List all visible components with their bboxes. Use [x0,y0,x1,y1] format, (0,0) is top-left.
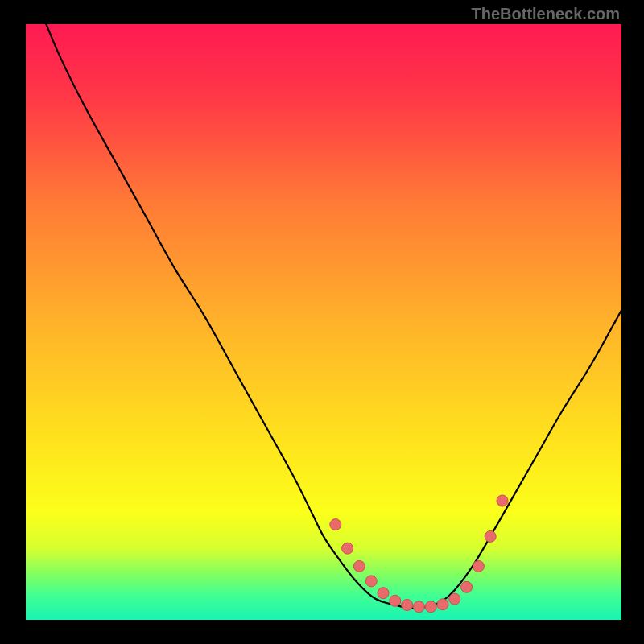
dot-point [402,600,413,611]
chart-container: TheBottleneck.com [0,0,644,644]
dot-point [353,560,365,572]
dot-point [378,588,389,599]
dot-point [437,599,448,610]
dot-point [330,519,341,530]
dot-point [449,593,460,605]
dot-point [461,581,473,592]
dot-point [425,601,436,613]
watermark-text: TheBottleneck.com [472,5,620,23]
dot-point [485,530,496,542]
dot-point [390,595,401,606]
highlight-dots [26,24,621,620]
dot-point [342,543,353,554]
dot-point [413,601,424,613]
plot-area [26,24,621,620]
dot-point [365,576,377,587]
dot-point [473,560,484,572]
dot-point [497,495,508,506]
